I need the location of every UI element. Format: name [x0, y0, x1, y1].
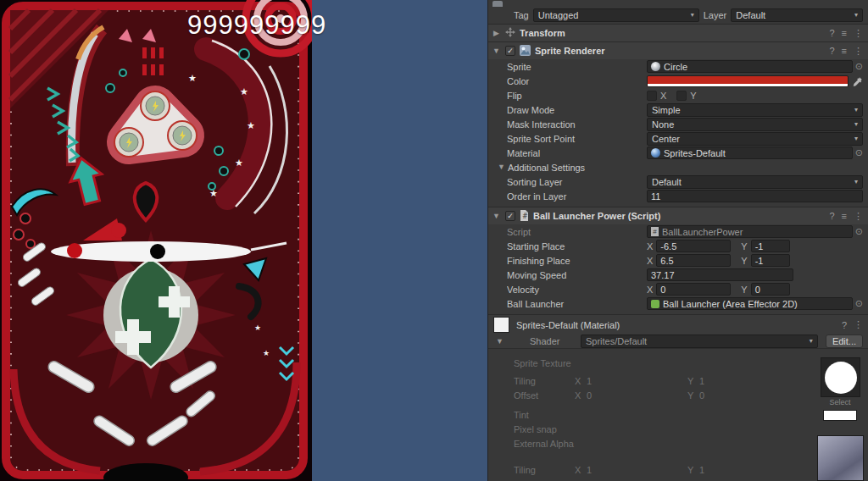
svg-text:★: ★: [235, 158, 243, 169]
layer-dropdown[interactable]: Default ▾: [731, 8, 863, 22]
starting-place-y-input[interactable]: -1: [751, 240, 790, 252]
eyedropper-icon[interactable]: [853, 76, 863, 86]
draw-mode-dropdown[interactable]: Simple ▾: [647, 103, 863, 117]
ball-launcher-row: Ball Launcher Ball Launcher (Area Effect…: [488, 296, 868, 311]
shader-label: Shader: [530, 336, 577, 346]
csharp-script-icon: #: [520, 210, 529, 223]
svg-text:★: ★: [254, 323, 261, 332]
sprite-sort-point-dropdown[interactable]: Center ▾: [647, 132, 863, 146]
foldout-open-icon[interactable]: ▼: [492, 213, 501, 220]
sprite-renderer-header[interactable]: ▼ ✓ Sprite Renderer ? ≡ ⋮: [488, 41, 868, 59]
offset-row-1: Offset X0 Y0: [488, 388, 868, 402]
flip-y-label: Y: [690, 91, 696, 101]
menu-icon[interactable]: ⋮: [854, 211, 863, 222]
sprite-value: Circle: [664, 62, 687, 72]
sprite-renderer-title: Sprite Renderer: [535, 46, 605, 56]
order-in-layer-row: Order in Layer 11: [488, 189, 868, 203]
sorting-layer-label: Sorting Layer: [507, 177, 647, 187]
svg-text:★: ★: [247, 120, 255, 131]
tiling-row-1: Tiling X1 Y1: [488, 373, 868, 388]
tiling-y-value: 1: [699, 465, 704, 475]
tag-dropdown[interactable]: Untagged ▾: [533, 8, 699, 22]
foldout-open-icon: ▼: [497, 163, 506, 171]
sprite-renderer-icon: [520, 45, 531, 58]
shader-row: ▼ Shader Sprites/Default ▾ Edit...: [488, 334, 868, 349]
svg-text:★: ★: [263, 349, 270, 357]
help-icon[interactable]: ?: [842, 320, 847, 330]
x-axis-label: X: [575, 465, 587, 475]
sprite-object-field[interactable]: Circle: [647, 60, 853, 73]
external-alpha-texture-preview[interactable]: [817, 435, 864, 481]
game-view[interactable]: ★★★★★: [0, 0, 487, 481]
unity-editor: ★★★★★: [0, 0, 868, 481]
object-picker-icon[interactable]: ⊙: [855, 148, 863, 158]
help-icon[interactable]: ?: [829, 46, 834, 56]
tiling-row-2: Tiling X1 Y1: [488, 462, 868, 477]
transform-title: Transform: [520, 28, 565, 38]
tint-label: Tint: [514, 410, 529, 420]
sprite-texture-preview[interactable]: [821, 357, 860, 397]
ball-launcher-object-field[interactable]: Ball Launcher (Area Effector 2D): [647, 297, 853, 310]
shader-edit-button[interactable]: Edit...: [826, 334, 863, 348]
object-picker-icon[interactable]: ⊙: [855, 227, 863, 236]
chevron-down-icon: ▾: [854, 12, 858, 19]
flip-y-checkbox[interactable]: [676, 91, 687, 101]
material-preview-swatch[interactable]: [493, 317, 509, 333]
object-picker-icon[interactable]: ⊙: [855, 62, 863, 71]
additional-settings-foldout[interactable]: ▼ Additional Settings: [488, 160, 868, 174]
foldout-open-icon[interactable]: ▼: [495, 338, 504, 346]
menu-icon[interactable]: ⋮: [854, 28, 863, 39]
tint-color-swatch[interactable]: [823, 410, 857, 421]
gameobject-icon: [492, 1, 503, 7]
order-in-layer-input[interactable]: 11: [647, 190, 863, 202]
shader-value: Sprites/Default: [586, 336, 647, 346]
x-axis-label: X: [647, 285, 653, 295]
shader-dropdown[interactable]: Sprites/Default ▾: [581, 334, 818, 348]
preset-icon[interactable]: ≡: [842, 28, 847, 38]
velocity-label: Velocity: [507, 285, 647, 295]
sorting-layer-dropdown[interactable]: Default ▾: [647, 175, 863, 189]
color-field[interactable]: [647, 75, 849, 87]
velocity-x-input[interactable]: 0: [656, 283, 731, 296]
moving-speed-input[interactable]: 37.17: [647, 268, 793, 281]
sprite-renderer-enabled-checkbox[interactable]: ✓: [505, 46, 515, 56]
help-icon[interactable]: ?: [829, 28, 834, 38]
offset-label: Offset: [514, 390, 575, 401]
material-object-field[interactable]: Sprites-Default: [647, 147, 853, 159]
ball-launcher-power-title: Ball Launcher Power (Script): [533, 211, 660, 221]
menu-icon[interactable]: ⋮: [854, 319, 863, 330]
tiling-label: Tiling: [514, 376, 575, 386]
preset-icon[interactable]: ≡: [842, 46, 847, 56]
foldout-closed-icon[interactable]: ▶: [492, 30, 501, 37]
area-effector-icon: [651, 300, 659, 308]
velocity-y-input[interactable]: 0: [751, 283, 790, 296]
flip-x-checkbox[interactable]: [647, 91, 657, 101]
transform-header[interactable]: ▶ Transform ? ≡ ⋮: [488, 24, 868, 41]
help-icon[interactable]: ?: [829, 211, 834, 221]
chevron-down-icon: ▾: [854, 135, 858, 142]
finishing-place-y-input[interactable]: -1: [751, 254, 790, 267]
layer-value: Default: [736, 10, 765, 20]
tag-label: Tag: [514, 10, 529, 20]
ball-launcher-value: Ball Launcher (Area Effector 2D): [663, 299, 798, 309]
menu-icon[interactable]: ⋮: [854, 46, 863, 57]
mask-interaction-dropdown[interactable]: None ▾: [647, 118, 863, 131]
material-row: Material Sprites-Default ⊙: [488, 146, 868, 160]
script-enabled-checkbox[interactable]: ✓: [505, 211, 515, 221]
circle-sprite-icon: [651, 62, 660, 71]
script-value: BallLauncherPower: [662, 227, 743, 237]
material-header[interactable]: Sprites-Default (Material) ? ⋮: [488, 314, 868, 334]
ball-launcher-label: Ball Launcher: [507, 299, 647, 309]
finishing-place-x-input[interactable]: 6.5: [656, 254, 731, 267]
texture-select-button[interactable]: Select: [822, 398, 858, 406]
mask-interaction-label: Mask Interaction: [507, 119, 647, 130]
chevron-down-icon: ▾: [854, 121, 858, 128]
ball-launcher-power-header[interactable]: ▼ ✓ # Ball Launcher Power (Script) ? ≡ ⋮: [488, 207, 868, 224]
foldout-open-icon[interactable]: ▼: [492, 47, 501, 55]
sprite-row: Sprite Circle ⊙: [488, 59, 868, 74]
starting-place-x-input[interactable]: -6.5: [656, 240, 731, 252]
preset-icon[interactable]: ≡: [842, 211, 847, 221]
sprite-sort-point-value: Center: [652, 134, 680, 144]
chevron-down-icon: ▾: [691, 12, 694, 19]
object-picker-icon[interactable]: ⊙: [855, 299, 863, 308]
